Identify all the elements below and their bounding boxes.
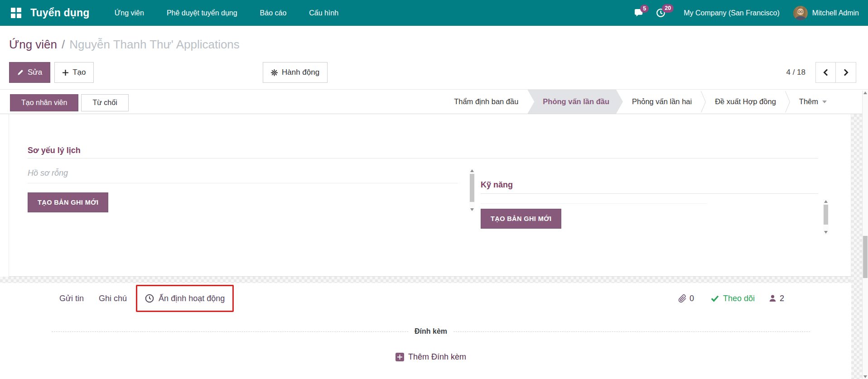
navbar-right: 5 20 My Company (San Francisco) Mitchell… [622,6,859,20]
scrollbar-thumb[interactable] [824,205,828,225]
company-switcher[interactable]: My Company (San Francisco) [684,9,780,17]
annotation-highlight-box: Ấn định hoạt động [136,285,234,312]
followers-count: 2 [780,294,784,303]
chatter: Gửi tin Ghi chú Ấn định hoạt động 0 Theo… [0,283,851,379]
add-attachment-row: Thêm Đính kèm [52,352,810,362]
user-avatar[interactable] [793,6,808,20]
create-button[interactable]: Tạo [54,62,94,83]
pager-next-button[interactable] [836,62,856,83]
stage-first-interview-active[interactable]: Phỏng vấn lần đầu [527,90,623,114]
breadcrumb-current: Nguyễn Thanh Thư' Applications [69,38,240,51]
resume-create-record-button[interactable]: TẠO BẢN GHI MỚI [28,192,108,212]
clock-icon [145,294,154,303]
send-message-button[interactable]: Gửi tin [59,294,84,303]
plus-square-icon [395,353,404,361]
pager-value: 4 / 18 [786,68,805,77]
user-menu[interactable]: Mitchell Admin [812,9,859,17]
activities-menu[interactable]: 20 [656,8,665,18]
stage-separator-icon [785,90,790,114]
add-attachment-button[interactable]: Thêm Đính kèm [395,352,466,362]
field-underline [481,203,707,204]
scroll-up-icon[interactable] [470,169,474,172]
chatter-topbar: Gửi tin Ghi chú Ấn định hoạt động 0 Theo… [59,285,851,312]
stage-initial-qualification[interactable]: Thẩm định ban đầu [445,90,527,114]
followers-button[interactable]: 2 [769,294,784,303]
skills-section-title: Kỹ năng [481,180,818,190]
section-divider [28,158,818,158]
refuse-button[interactable]: Từ chối [81,94,128,111]
action-menu-button[interactable]: Hành động [263,62,328,83]
menu-item-reporting[interactable]: Báo cáo [249,0,298,26]
resume-empty-text: Hồ sơ rỗng [28,168,458,178]
scroll-down-icon[interactable] [863,375,867,378]
statusbar: Tạo nhân viên Từ chối Thẩm định ban đầu … [0,90,868,114]
menu-item-applicants[interactable]: Ứng viên [103,0,155,26]
caret-down-icon [822,101,827,103]
scrollbar-thumb[interactable] [470,174,474,202]
resume-scrollbar[interactable] [469,168,475,212]
scroll-down-icon[interactable] [824,231,828,234]
attachments-divider-label: Đính kèm [415,327,447,336]
app-title[interactable]: Tuyển dụng [30,7,90,19]
sheet-bottom-edge [0,277,851,283]
log-note-button[interactable]: Ghi chú [99,294,127,303]
activities-badge: 20 [662,4,674,13]
pager: 4 / 18 [786,62,856,83]
pencil-icon [17,69,24,76]
stage-bar: Thẩm định ban đầu Phỏng vấn lần đầu Phỏn… [445,90,836,114]
chevron-right-icon [843,69,849,76]
scroll-down-icon[interactable] [470,208,474,211]
scrollbar-thumb[interactable] [863,236,868,278]
control-panel-buttons: Sửa Tạo Hành động 4 / 18 [0,62,868,90]
scroll-up-icon[interactable] [863,91,867,94]
breadcrumb-separator: / [62,38,65,51]
section-divider [481,193,818,194]
pager-previous-button[interactable] [815,62,836,83]
messages-badge: 5 [640,5,649,13]
create-employee-button[interactable]: Tạo nhân viên [10,94,78,111]
stage-second-interview[interactable]: Phỏng vấn lần hai [623,90,701,114]
content-right-edge [851,114,862,379]
attachments-divider: Đính kèm [52,327,810,336]
main-menu: Ứng viên Phê duyệt tuyển dụng Báo cáo Cấ… [103,0,350,26]
breadcrumb-parent[interactable]: Ứng viên [9,38,57,51]
attachments-count[interactable]: 0 [690,294,694,303]
chevron-left-icon [823,69,829,76]
top-navbar: Tuyển dụng Ứng viên Phê duyệt tuyển dụng… [0,0,868,26]
messages-menu[interactable]: 5 [634,9,644,18]
apps-grid-icon[interactable] [11,8,21,18]
menu-item-configuration[interactable]: Cấu hình [298,0,350,26]
edit-button[interactable]: Sửa [9,62,50,83]
skills-create-record-button[interactable]: TẠO BẢN GHI MỚI [481,209,561,229]
paperclip-icon[interactable] [678,294,687,303]
menu-item-approvals[interactable]: Phê duyệt tuyển dụng [155,0,249,26]
stage-contract-proposal[interactable]: Đề xuất Hợp đồng [706,90,785,114]
field-underline [28,183,458,183]
stage-more-dropdown[interactable]: Thêm [790,90,836,114]
plus-icon [63,70,68,76]
resume-section: Hồ sơ rỗng TẠO BẢN GHI MỚI [28,168,458,212]
window-scrollbar[interactable] [862,91,868,379]
following-toggle[interactable]: Theo dõi [711,294,755,303]
gear-icon [271,69,278,76]
chatter-right-tools: 0 Theo dõi 2 [678,285,784,312]
breadcrumb: Ứng viên/Nguyễn Thanh Thư' Applications [0,26,868,62]
form-sheet: Sơ yếu lý lịch Hồ sơ rỗng TẠO BẢN GHI MỚ… [9,114,851,277]
person-icon [769,294,776,302]
skills-scrollbar[interactable] [823,199,829,235]
check-icon [711,295,719,302]
schedule-activity-button[interactable]: Ấn định hoạt động [145,294,225,303]
skills-section: Kỹ năng TẠO BẢN GHI MỚI [481,180,818,229]
scroll-up-icon[interactable] [824,200,828,203]
stage-separator-icon [701,90,706,114]
resume-section-title: Sơ yếu lý lịch [28,146,851,155]
